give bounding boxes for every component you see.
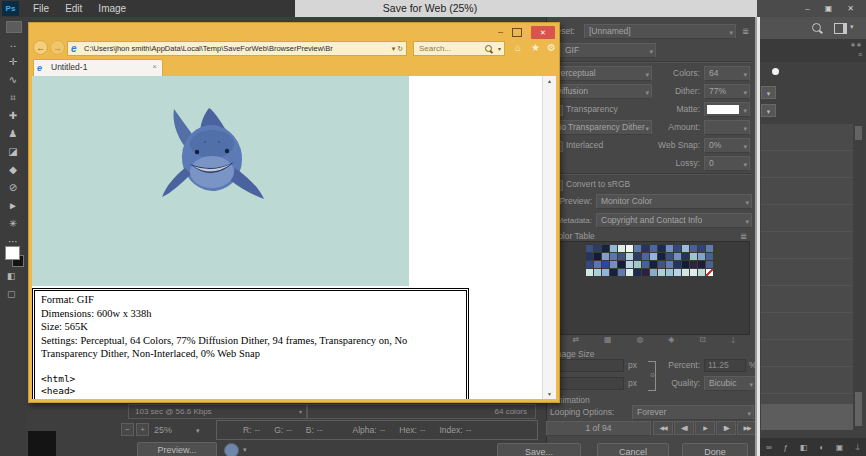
save-button[interactable]: Save...	[497, 443, 581, 456]
zoom-level-value[interactable]: 25%	[154, 423, 172, 438]
looping-dropdown[interactable]: Forever▾	[632, 405, 754, 420]
percent-field[interactable]: 11.25	[704, 359, 746, 372]
last-frame-button[interactable]: ▶▶	[737, 421, 757, 435]
color-swatch[interactable]	[618, 253, 625, 260]
lasso-tool-icon[interactable]: ∿	[0, 71, 26, 89]
color-swatch[interactable]	[594, 269, 601, 276]
preset-menu-icon[interactable]: ≣	[742, 24, 749, 39]
color-swatch[interactable]	[682, 269, 689, 276]
tab-close-icon[interactable]: ×	[152, 62, 157, 71]
color-swatch[interactable]	[610, 245, 617, 252]
color-swatch[interactable]	[658, 253, 665, 260]
browser-titlebar[interactable]: – ✕	[29, 23, 559, 39]
menu-edit[interactable]: Edit	[65, 3, 82, 14]
minimize-icon[interactable]: –	[805, 4, 809, 13]
colors-dropdown[interactable]: 64▾	[704, 66, 750, 81]
color-swatch[interactable]	[650, 245, 657, 252]
color-swatch[interactable]	[602, 245, 609, 252]
color-swatch[interactable]	[682, 245, 689, 252]
color-swatch[interactable]	[602, 253, 609, 260]
color-swatch[interactable]	[626, 269, 633, 276]
zoom-chevron-icon[interactable]: ▾	[196, 423, 200, 438]
settings-gear-icon[interactable]: ⚙	[547, 42, 556, 53]
new-color-icon[interactable]: ⊡	[699, 335, 706, 345]
color-swatch[interactable]	[666, 261, 673, 268]
browser-select-icon[interactable]	[224, 443, 239, 456]
color-swatch[interactable]	[642, 261, 649, 268]
color-swatch[interactable]	[666, 269, 673, 276]
browser-select-chevron-icon[interactable]: ▾	[243, 442, 247, 456]
color-swatch[interactable]	[642, 269, 649, 276]
color-swatch[interactable]	[698, 245, 705, 252]
color-swatch[interactable]	[626, 261, 633, 268]
layer-mask-icon[interactable]: ◧	[800, 443, 808, 452]
amount-dropdown[interactable]: ▾	[704, 120, 750, 135]
dodge-tool-icon[interactable]: ⊘	[0, 179, 26, 197]
new-layer-icon[interactable]: ▣	[836, 443, 844, 452]
color-swatch[interactable]	[610, 261, 617, 268]
color-swatch[interactable]	[658, 261, 665, 268]
color-swatch[interactable]	[682, 261, 689, 268]
double-arrow-icon[interactable]: ∗∗	[850, 41, 862, 49]
color-swatch[interactable]	[634, 261, 641, 268]
color-swatch[interactable]	[690, 261, 697, 268]
color-swatch[interactable]	[642, 253, 649, 260]
width-field[interactable]	[558, 359, 624, 372]
sort-colors-icon[interactable]: ⇄	[572, 335, 579, 345]
color-swatch[interactable]	[602, 261, 609, 268]
web-palette-icon[interactable]: ◍	[636, 335, 643, 345]
format-dropdown[interactable]: GIF▾	[560, 43, 656, 58]
metadata-dropdown[interactable]: Copyright and Contact Info▾	[596, 213, 752, 228]
preview-in-browser-button[interactable]: Preview...	[137, 442, 217, 456]
first-frame-button[interactable]: ◀◀	[653, 421, 673, 435]
tools-handle-icon[interactable]: ‥	[0, 35, 26, 53]
color-swatch[interactable]	[594, 261, 601, 268]
scrollbar-thumb[interactable]	[855, 392, 862, 426]
preview-dropdown[interactable]: Monitor Color▾	[596, 194, 752, 209]
color-swatch[interactable]	[674, 253, 681, 260]
panel-menu-icon[interactable]: ≡	[858, 51, 862, 58]
next-frame-button[interactable]: ▮▶	[716, 421, 736, 435]
zoom-in-button[interactable]: +	[136, 423, 149, 436]
collapsed-panel-chevron[interactable]: ▾	[761, 86, 776, 99]
scroll-up-icon[interactable]: ▲	[543, 78, 556, 84]
color-swatch[interactable]	[674, 261, 681, 268]
color-swatch[interactable]	[698, 269, 705, 276]
color-swatch[interactable]	[594, 245, 601, 252]
color-swatch[interactable]	[666, 253, 673, 260]
scroll-down-icon[interactable]: ▼	[543, 391, 556, 397]
scrollbar-thumb[interactable]	[855, 126, 862, 140]
lock-color-icon[interactable]: ◈	[668, 335, 674, 345]
color-swatch[interactable]	[706, 261, 713, 268]
cancel-button[interactable]: Cancel	[597, 443, 669, 456]
browser-maximize-icon[interactable]	[512, 28, 522, 37]
foreground-color-swatch[interactable]	[5, 246, 20, 260]
color-swatch[interactable]	[658, 269, 665, 276]
forward-icon[interactable]: →	[50, 40, 65, 55]
color-swatch[interactable]	[690, 269, 697, 276]
color-swatch[interactable]	[682, 253, 689, 260]
healing-brush-tool-icon[interactable]: ✚	[0, 107, 26, 125]
color-swatch[interactable]	[690, 253, 697, 260]
address-bar[interactable]: e C:\Users\jhon smith\AppData\Local\Temp…	[67, 41, 407, 56]
refresh-icon[interactable]: ↻	[397, 45, 403, 52]
color-swatch[interactable]	[618, 245, 625, 252]
color-swatch[interactable]	[666, 245, 673, 252]
tab-untitled-1[interactable]: e Untitled-1 ×	[33, 59, 163, 76]
color-swatch[interactable]	[586, 269, 593, 276]
browser-scrollbar[interactable]: ▲ ▼	[542, 76, 556, 399]
preset-dropdown[interactable]: [Unnamed]▾	[584, 24, 736, 39]
matte-dropdown[interactable]: ▾	[704, 102, 750, 117]
dither-method-dropdown[interactable]: Diffusion▾	[550, 84, 652, 99]
color-swatch[interactable]	[634, 245, 641, 252]
browser-close-icon[interactable]: ✕	[531, 26, 555, 39]
color-swatch[interactable]	[706, 245, 713, 252]
color-swatch[interactable]	[674, 269, 681, 276]
lossy-dropdown[interactable]: 0▾	[704, 156, 750, 171]
adjustment-layer-icon[interactable]: ◐	[819, 443, 824, 452]
search-dropdown-icon[interactable]: ▾	[498, 42, 501, 56]
color-swatch[interactable]	[634, 269, 641, 276]
color-swatch[interactable]	[618, 269, 625, 276]
color-swatch[interactable]	[698, 261, 705, 268]
color-reduction-dropdown[interactable]: Perceptual▾	[550, 66, 652, 81]
